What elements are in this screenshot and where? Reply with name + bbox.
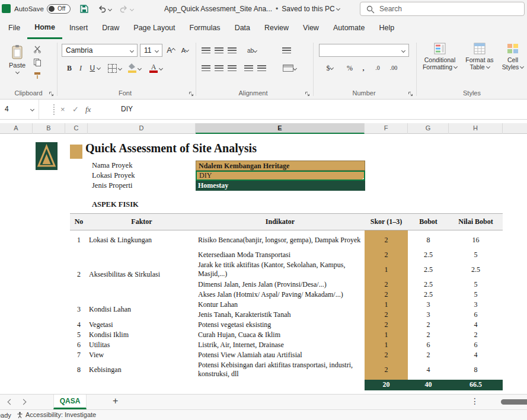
cell-faktor[interactable]: Kebisingan xyxy=(88,360,196,380)
copy-button[interactable] xyxy=(33,58,46,70)
align-middle-button[interactable] xyxy=(213,45,224,56)
format-as-table-button[interactable]: Format as Table xyxy=(461,41,498,89)
scroll-sheets-left-icon[interactable] xyxy=(8,399,14,405)
cell-nilai[interactable]: 5 xyxy=(449,250,503,260)
tab-review[interactable]: Review xyxy=(257,18,296,39)
cell-bobot[interactable]: 2.5 xyxy=(408,290,449,300)
borders-button[interactable] xyxy=(108,62,122,75)
tab-home[interactable]: Home xyxy=(27,18,62,39)
orientation-button[interactable]: ab xyxy=(243,45,261,56)
cell-faktor[interactable]: Vegetasi xyxy=(88,320,196,330)
cell-skor[interactable]: 1 xyxy=(365,260,408,280)
tab-help[interactable]: Help xyxy=(372,18,401,39)
underline-button[interactable]: U xyxy=(87,62,103,75)
number-dialog-launcher[interactable] xyxy=(408,90,413,98)
font-dialog-launcher[interactable] xyxy=(189,90,194,98)
scroll-sheets-right-icon[interactable] xyxy=(21,399,27,405)
new-sheet-button[interactable]: + xyxy=(113,396,118,406)
wrap-text-button[interactable] xyxy=(281,45,292,56)
cell-lokasi-proyek-value-selected[interactable]: DIY xyxy=(196,171,365,181)
cell-indikator[interactable]: Dimensi Jalan, Jenis Jalan (Provinsi/Des… xyxy=(196,280,365,290)
cell-indikator[interactable]: Potensi View Alamiah atau Artifisial xyxy=(196,350,365,360)
decrease-indent-button[interactable] xyxy=(243,63,254,73)
cell-nilai[interactable]: 6 xyxy=(449,340,503,350)
cell-bobot[interactable]: 8 xyxy=(408,230,449,250)
undo-button[interactable] xyxy=(97,4,107,15)
cell-skor[interactable]: 2 xyxy=(365,310,408,320)
tab-page-layout[interactable]: Page Layout xyxy=(126,18,182,39)
paste-button[interactable]: Paste xyxy=(5,43,30,88)
redo-button[interactable] xyxy=(119,4,129,15)
column-header-h[interactable]: H xyxy=(449,123,503,134)
cell-skor[interactable]: 2 xyxy=(365,280,408,290)
alignment-dialog-launcher[interactable] xyxy=(305,90,310,98)
increase-decimal-button[interactable]: .0 xyxy=(371,62,384,75)
sheet-tab-qasa[interactable]: QASA xyxy=(53,395,87,409)
cell-indikator[interactable]: Potensi Kebisingan dari aktifitas transp… xyxy=(196,360,365,380)
format-painter-button[interactable] xyxy=(33,71,46,83)
cell-bobot[interactable]: 2 xyxy=(408,330,449,340)
cell-skor[interactable]: 2 xyxy=(365,290,408,300)
grow-font-button[interactable]: A xyxy=(165,44,177,57)
cell-indikator[interactable]: Jarak ke titik aktifitas (Kantor, Sekola… xyxy=(196,260,365,280)
italic-button[interactable]: I xyxy=(76,62,85,75)
cell-nilai[interactable]: 4 xyxy=(449,320,503,330)
more-options-icon[interactable]: ⋮ xyxy=(471,396,479,406)
column-header-e[interactable]: E xyxy=(196,123,365,134)
save-button[interactable] xyxy=(79,4,89,15)
merge-center-button[interactable] xyxy=(279,63,300,73)
cell-jenis-properti-value[interactable]: Homestay xyxy=(196,181,365,191)
cell-indikator[interactable]: Ketersediaan Moda Transportasi xyxy=(196,250,365,260)
align-bottom-button[interactable] xyxy=(226,45,237,56)
cell-bobot[interactable]: 2.5 xyxy=(408,260,449,280)
cell-faktor[interactable]: View xyxy=(88,350,196,360)
cell-bobot[interactable]: 3 xyxy=(408,300,449,310)
cell-bobot[interactable]: 2 xyxy=(408,350,449,360)
align-left-button[interactable] xyxy=(200,63,211,73)
cell-no[interactable]: 5 xyxy=(70,330,88,340)
cell-skor[interactable]: 1 xyxy=(365,300,408,310)
tab-formulas[interactable]: Formulas xyxy=(183,18,228,39)
cell-nilai[interactable]: 8 xyxy=(449,360,503,380)
cell-no[interactable]: 7 xyxy=(70,350,88,360)
tab-view[interactable]: View xyxy=(296,18,326,39)
cell-no[interactable]: 3 xyxy=(70,300,88,320)
cell-skor[interactable]: 2 xyxy=(365,360,408,380)
cell-faktor[interactable]: Utilitas xyxy=(88,340,196,350)
cell-bobot[interactable]: 2.5 xyxy=(408,280,449,290)
formula-bar-splitter[interactable] xyxy=(53,104,55,115)
column-header-f[interactable]: F xyxy=(365,123,408,134)
tab-draw[interactable]: Draw xyxy=(95,18,126,39)
cell-nilai[interactable]: 3 xyxy=(449,300,503,310)
cancel-button[interactable]: × xyxy=(60,100,65,119)
cell-bobot[interactable]: 2.5 xyxy=(408,250,449,260)
cell-bobot[interactable]: 4 xyxy=(408,360,449,380)
tab-insert[interactable]: Insert xyxy=(62,18,95,39)
cell-skor[interactable]: 1 xyxy=(365,330,408,340)
cell-indikator[interactable]: Risiko Bencana(banjir, longsor, gempa), … xyxy=(196,230,365,250)
column-header-b[interactable]: B xyxy=(33,123,65,134)
formula-content[interactable]: DIY xyxy=(121,100,133,119)
cell-faktor[interactable]: Kondisi Lahan xyxy=(88,300,196,320)
percent-button[interactable]: % xyxy=(344,62,356,75)
decrease-decimal-button[interactable]: .00 xyxy=(387,62,401,75)
clipboard-dialog-launcher[interactable] xyxy=(49,90,54,98)
cell-nilai[interactable]: 5 xyxy=(449,280,503,290)
font-color-button[interactable]: A xyxy=(149,62,162,75)
column-header-g[interactable]: G xyxy=(408,123,449,134)
align-right-button[interactable] xyxy=(226,63,237,73)
column-header-a[interactable]: A xyxy=(0,123,33,134)
cell-indikator[interactable]: Curah Hujan, Cuaca & Iklim xyxy=(196,330,365,340)
fill-color-button[interactable] xyxy=(128,62,141,75)
align-center-button[interactable] xyxy=(213,63,224,73)
comma-style-button[interactable]: , xyxy=(359,62,368,75)
align-top-button[interactable] xyxy=(200,45,211,56)
cell-styles-button[interactable]: Cell Styles xyxy=(499,41,526,89)
cell-skor[interactable]: 2 xyxy=(365,320,408,330)
document-title[interactable]: App_Quick Assesment_Site Ana...•Saved to… xyxy=(142,0,362,18)
font-size-combo[interactable]: 11 xyxy=(140,44,162,57)
cell-nilai[interactable]: 2.5 xyxy=(449,260,503,280)
tab-data[interactable]: Data xyxy=(228,18,257,39)
currency-button[interactable]: $ xyxy=(322,62,337,75)
cell-nilai[interactable]: 4 xyxy=(449,350,503,360)
